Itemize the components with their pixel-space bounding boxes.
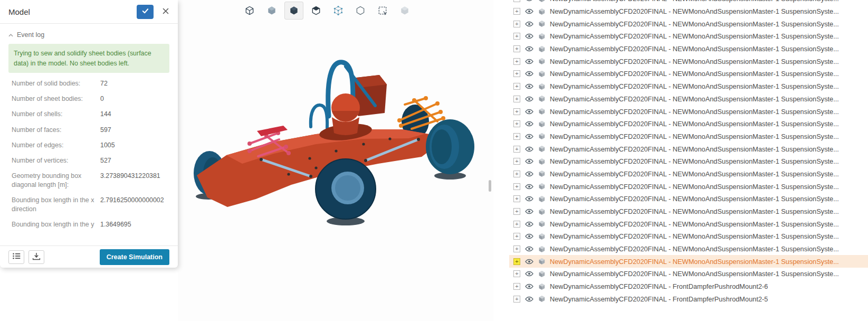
visibility-eye-icon[interactable] xyxy=(525,209,533,214)
tree-row[interactable]: NewDynamicAssemblyCFD2020FINAL - NEWMono… xyxy=(509,43,868,55)
visibility-eye-icon[interactable] xyxy=(525,184,533,190)
visibility-eye-icon[interactable] xyxy=(525,46,533,52)
viewport-scrollbar-thumb[interactable] xyxy=(489,180,491,192)
tree-item-label[interactable]: NewDynamicAssemblyCFD2020FINAL - NEWMono… xyxy=(550,270,839,278)
tree-item-label[interactable]: NewDynamicAssemblyCFD2020FINAL - FrontDa… xyxy=(550,295,768,303)
tree-item-label[interactable]: NewDynamicAssemblyCFD2020FINAL - NEWMono… xyxy=(550,220,839,228)
tree-row[interactable]: NewDynamicAssemblyCFD2020FINAL - NEWMono… xyxy=(509,80,868,93)
tree-row[interactable]: NewDynamicAssemblyCFD2020FINAL - NEWMono… xyxy=(509,180,868,193)
expand-plus-icon[interactable] xyxy=(513,208,520,215)
expand-plus-icon[interactable] xyxy=(513,120,520,127)
tree-row[interactable]: NewDynamicAssemblyCFD2020FINAL - NEWMono… xyxy=(509,205,868,218)
tree-row[interactable]: NewDynamicAssemblyCFD2020FINAL - NEWMono… xyxy=(509,93,868,106)
tree-item-label[interactable]: NewDynamicAssemblyCFD2020FINAL - NEWMono… xyxy=(550,82,839,90)
expand-plus-icon[interactable] xyxy=(513,270,520,277)
tree-row[interactable]: NewDynamicAssemblyCFD2020FINAL - NEWMono… xyxy=(509,5,868,18)
visibility-eye-icon[interactable] xyxy=(525,171,533,177)
tree-row[interactable]: NewDynamicAssemblyCFD2020FINAL - FrontDa… xyxy=(509,280,868,293)
expand-plus-icon[interactable] xyxy=(513,58,520,65)
visibility-eye-icon[interactable] xyxy=(525,271,533,277)
expand-plus-icon[interactable] xyxy=(513,8,520,15)
tree-item-label[interactable]: NewDynamicAssemblyCFD2020FINAL - NEWMono… xyxy=(550,195,839,203)
tree-item-label[interactable]: NewDynamicAssemblyCFD2020FINAL - NEWMono… xyxy=(550,95,839,103)
expand-plus-icon[interactable] xyxy=(513,33,520,40)
tree-item-label[interactable]: NewDynamicAssemblyCFD2020FINAL - NEWMono… xyxy=(550,232,839,240)
visibility-eye-icon[interactable] xyxy=(525,96,533,102)
expand-plus-icon[interactable] xyxy=(513,171,520,177)
tree-item-label[interactable]: NewDynamicAssemblyCFD2020FINAL - NEWMono… xyxy=(550,207,839,215)
expand-plus-icon[interactable] xyxy=(513,233,520,240)
visibility-eye-icon[interactable] xyxy=(525,158,533,164)
tree-item-label[interactable]: NewDynamicAssemblyCFD2020FINAL - NEWMono… xyxy=(550,58,839,65)
tree-item-label[interactable]: NewDynamicAssemblyCFD2020FINAL - NEWMono… xyxy=(550,258,839,266)
tree-item-label[interactable]: NewDynamicAssemblyCFD2020FINAL - NEWMono… xyxy=(550,32,839,40)
confirm-button[interactable] xyxy=(137,5,154,19)
wireframe-icon[interactable] xyxy=(351,2,370,20)
visibility-eye-icon[interactable] xyxy=(525,121,533,127)
tree-row[interactable]: NewDynamicAssemblyCFD2020FINAL - NEWMono… xyxy=(509,243,868,256)
tree-row[interactable]: NewDynamicAssemblyCFD2020FINAL - NEWMono… xyxy=(509,68,868,80)
visibility-eye-icon[interactable] xyxy=(525,134,533,139)
visibility-eye-icon[interactable] xyxy=(525,259,533,265)
tree-item-label[interactable]: NewDynamicAssemblyCFD2020FINAL - NEWMono… xyxy=(550,133,839,140)
tree-item-label[interactable]: NewDynamicAssemblyCFD2020FINAL - NEWMono… xyxy=(550,45,839,53)
tree-row[interactable]: NewDynamicAssemblyCFD2020FINAL - NEWMono… xyxy=(509,268,868,280)
expand-plus-icon[interactable] xyxy=(513,83,520,90)
visibility-eye-icon[interactable] xyxy=(525,284,533,289)
visibility-eye-icon[interactable] xyxy=(525,21,533,27)
visibility-eye-icon[interactable] xyxy=(525,0,533,2)
tree-item-label[interactable]: NewDynamicAssemblyCFD2020FINAL - NEWMono… xyxy=(550,183,839,191)
expand-plus-icon[interactable] xyxy=(513,283,520,290)
tree-row[interactable]: NewDynamicAssemblyCFD2020FINAL - NEWMono… xyxy=(509,255,868,268)
tree-item-label[interactable]: NewDynamicAssemblyCFD2020FINAL - NEWMono… xyxy=(550,145,839,153)
tree-item-label[interactable]: NewDynamicAssemblyCFD2020FINAL - NEWMono… xyxy=(550,157,839,165)
tree-row[interactable]: NewDynamicAssemblyCFD2020FINAL - NEWMono… xyxy=(509,193,868,205)
volume-select-icon[interactable] xyxy=(284,2,303,20)
expand-plus-icon[interactable] xyxy=(513,146,520,153)
vertex-select-icon[interactable] xyxy=(329,2,348,20)
export-button[interactable] xyxy=(28,250,44,264)
tree-row[interactable]: NewDynamicAssemblyCFD2020FINAL - NEWMono… xyxy=(509,143,868,155)
tree-row[interactable]: NewDynamicAssemblyCFD2020FINAL - NEWMono… xyxy=(509,155,868,168)
tree-row[interactable]: NewDynamicAssemblyCFD2020FINAL - NEWMono… xyxy=(509,130,868,143)
visibility-eye-icon[interactable] xyxy=(525,8,533,14)
tree-item-label[interactable]: NewDynamicAssemblyCFD2020FINAL - NEWMono… xyxy=(550,20,839,28)
visibility-eye-icon[interactable] xyxy=(525,233,533,239)
expand-plus-icon[interactable] xyxy=(513,21,520,27)
tree-item-label[interactable]: NewDynamicAssemblyCFD2020FINAL - NEWMono… xyxy=(550,7,839,15)
tree-item-label[interactable]: NewDynamicAssemblyCFD2020FINAL - NEWMono… xyxy=(550,170,839,178)
expand-plus-icon[interactable] xyxy=(513,258,520,265)
tree-row[interactable]: NewDynamicAssemblyCFD2020FINAL - NEWMono… xyxy=(509,218,868,230)
visibility-eye-icon[interactable] xyxy=(525,83,533,89)
expand-plus-icon[interactable] xyxy=(513,296,520,303)
expand-plus-icon[interactable] xyxy=(513,70,520,77)
visibility-eye-icon[interactable] xyxy=(525,196,533,202)
visibility-eye-icon[interactable] xyxy=(525,71,533,77)
expand-plus-icon[interactable] xyxy=(513,108,520,115)
expand-plus-icon[interactable] xyxy=(513,45,520,52)
tree-item-label[interactable]: NewDynamicAssemblyCFD2020FINAL - FrontDa… xyxy=(550,282,768,290)
expand-plus-icon[interactable] xyxy=(513,183,520,190)
expand-plus-icon[interactable] xyxy=(513,96,520,102)
event-log-toggle[interactable]: Event log xyxy=(8,31,169,39)
3d-viewport[interactable] xyxy=(178,0,493,321)
visibility-eye-icon[interactable] xyxy=(525,246,533,252)
tree-row[interactable]: NewDynamicAssemblyCFD2020FINAL - NEWMono… xyxy=(509,17,868,30)
tree-row[interactable]: NewDynamicAssemblyCFD2020FINAL - NEWMono… xyxy=(509,230,868,243)
body-select-icon[interactable] xyxy=(307,2,326,20)
visibility-eye-icon[interactable] xyxy=(525,221,533,227)
visibility-eye-icon[interactable] xyxy=(525,296,533,302)
tree-row[interactable]: NewDynamicAssemblyCFD2020FINAL - NEWMono… xyxy=(509,105,868,118)
visibility-eye-icon[interactable] xyxy=(525,109,533,115)
expand-plus-icon[interactable] xyxy=(513,0,520,2)
expand-plus-icon[interactable] xyxy=(513,221,520,228)
tree-row[interactable]: NewDynamicAssemblyCFD2020FINAL - NEWMono… xyxy=(509,55,868,68)
expand-plus-icon[interactable] xyxy=(513,158,520,165)
visibility-eye-icon[interactable] xyxy=(525,33,533,39)
event-list-button[interactable] xyxy=(8,250,24,264)
create-simulation-button[interactable]: Create Simulation xyxy=(100,249,169,265)
expand-plus-icon[interactable] xyxy=(513,246,520,252)
expand-plus-icon[interactable] xyxy=(513,195,520,202)
tree-row[interactable]: NewDynamicAssemblyCFD2020FINAL - NEWMono… xyxy=(509,0,868,5)
tree-row[interactable]: NewDynamicAssemblyCFD2020FINAL - NEWMono… xyxy=(509,118,868,130)
